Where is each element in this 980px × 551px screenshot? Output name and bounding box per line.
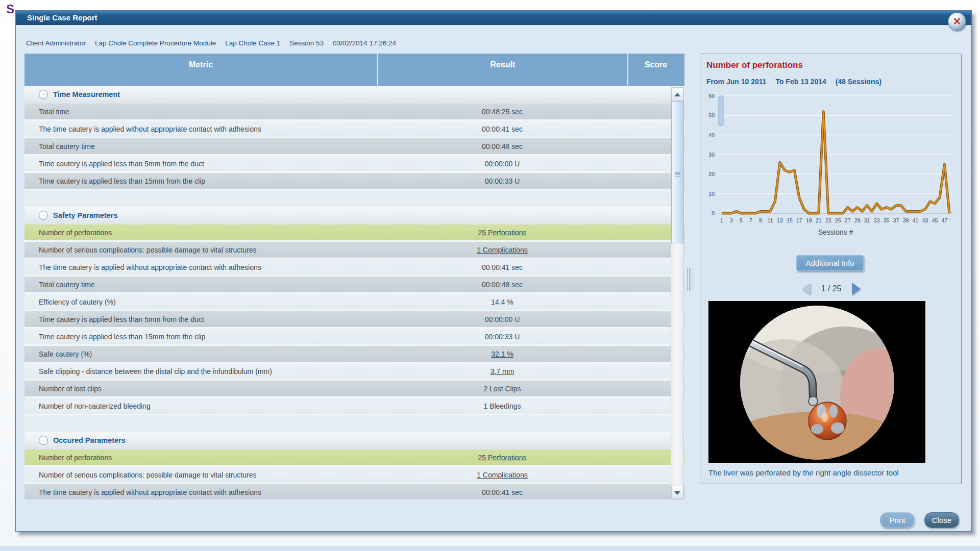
svg-text:47: 47 [942,217,948,223]
metric-cell: Time cautery is applied less than 5mm fr… [39,160,371,168]
result-link[interactable]: 32.1 % [377,350,627,358]
table-row[interactable]: The time cautery is applied without appr… [24,121,684,138]
arrow-down-icon [674,491,680,495]
snapshot-pager: 1 / 25 [700,283,962,296]
table-scrollbar[interactable] [671,87,684,499]
dialog-title: Single Case Report [27,13,97,22]
metric-cell: Time cautery is applied less than 5mm fr… [39,315,371,323]
svg-text:5: 5 [740,217,743,223]
result-link[interactable]: 1 Complications [377,246,627,254]
table-row[interactable]: Time cautery is applied less than 15mm f… [24,173,684,190]
result-cell: 00:00:00 U [377,160,627,168]
breadcrumb-item-2: Lap Chole Case 1 [225,39,280,47]
svg-text:0: 0 [712,210,715,216]
svg-text:31: 31 [864,217,870,223]
result-cell: 00:00:33 U [377,333,627,341]
dialog-titlebar[interactable]: Single Case Report [16,11,971,25]
scrollbar-thumb[interactable] [671,101,683,243]
svg-text:9: 9 [759,217,762,223]
metric-cell: Time cautery is applied less than 15mm f… [39,177,371,185]
svg-text:25: 25 [835,217,841,223]
pager-prev-icon[interactable] [802,283,811,295]
table-row[interactable]: Efficiency of cautery (%)14.4 % [24,294,684,311]
table-row[interactable]: Number of perforations25 Perforations [24,224,684,242]
table-row[interactable]: Safe cautery (%)32.1 % [24,346,684,363]
table-row[interactable]: Number of serious complications: possibl… [24,242,684,259]
close-button[interactable]: ✕ [948,12,966,31]
breadcrumb: Client AdministratorLap Chole Complete P… [26,39,405,47]
table-row[interactable]: Total cautery time00:00:48 sec [24,277,684,294]
breadcrumb-item-3: Session 53 [289,39,324,47]
table-row[interactable]: Safe clipping - distance between the dis… [24,363,684,381]
table-row[interactable]: Total cautery time00:00:48 sec [24,138,684,156]
breadcrumb-item-0: Client Administrator [26,39,86,47]
section-label: Occured Parameters [53,436,126,444]
result-link[interactable]: 25 Perforations [377,229,627,237]
svg-text:15: 15 [787,217,793,223]
table-row[interactable]: Time cautery is applied less than 5mm fr… [24,311,684,329]
additional-info-button[interactable]: Additional Info [796,255,864,271]
thumb-grip-icon [675,172,680,177]
arrow-up-icon [674,93,680,96]
table-row[interactable]: Time cautery is applied less than 15mm f… [24,329,684,346]
table-row[interactable]: The time cautery is applied without appr… [24,259,684,277]
table-row[interactable]: Number of non-cauterized bleeding1 Bleed… [24,398,684,415]
table-row[interactable]: The time cautery is applied without appr… [24,484,684,499]
result-cell: 00:00:41 sec [377,125,627,133]
section-label: Safety Parameters [53,211,118,219]
collapse-icon[interactable]: − [39,436,48,445]
result-cell: 00:00:00 U [377,315,627,323]
print-button[interactable]: Print [880,512,915,528]
collapse-icon[interactable]: − [39,90,48,99]
svg-text:21: 21 [816,217,822,223]
result-cell: 00:00:48 sec [377,142,627,151]
scroll-up-button[interactable] [671,88,683,101]
perforation-snapshot-image [708,301,925,463]
range-sessions: (48 Sessions) [836,78,881,86]
spacer-row [24,415,684,432]
session-range: From Jun 10 2011 To Feb 13 2014 (48 Sess… [706,78,889,86]
scroll-down-button[interactable] [671,486,683,499]
spacer-row [24,190,684,207]
table-row[interactable]: Number of lost clips2 Lost Clips [24,381,684,398]
sessions-line-chart: 0102030405060135791113151719212325272931… [702,90,959,249]
metric-cell: Number of perforations [39,454,371,462]
table-row[interactable]: Number of serious complications: possibl… [24,467,684,484]
metric-cell: Safe clipping - distance between the dis… [39,367,371,375]
result-link[interactable]: 25 Perforations [377,454,627,462]
column-header-result: Result [377,54,627,86]
close-icon: ✕ [953,16,962,27]
svg-text:17: 17 [796,217,802,223]
result-cell: 00:48:25 sec [377,108,627,116]
svg-text:20: 20 [708,171,715,177]
detail-panel: Number of perforations From Jun 10 2011 … [700,54,962,484]
svg-text:7: 7 [749,217,752,223]
background-heading-fragment: S [6,2,15,16]
panel-splitter-handle[interactable] [687,268,693,291]
result-cell: 1 Bleedings [377,402,627,410]
table-row[interactable]: Total time00:48:25 sec [24,104,684,121]
result-link[interactable]: 1 Complications [377,471,627,479]
svg-text:50: 50 [708,112,715,118]
page-bottom-strip [0,546,980,551]
result-cell: 00:00:41 sec [377,263,627,271]
metric-cell: Number of serious complications: possibl… [39,471,371,479]
collapse-icon[interactable]: − [39,211,48,220]
svg-text:19: 19 [806,217,812,223]
svg-text:11: 11 [767,217,773,223]
result-link[interactable]: 3.7 mm [377,367,627,375]
table-row[interactable]: Time cautery is applied less than 5mm fr… [24,156,684,173]
metric-cell: Efficiency of cautery (%) [39,298,371,306]
svg-text:35: 35 [884,217,890,223]
svg-text:23: 23 [825,217,831,223]
metric-cell: Safe cautery (%) [39,350,371,358]
svg-text:13: 13 [777,217,783,223]
table-row[interactable]: Number of perforations25 Perforations [24,449,684,467]
snapshot-caption: The liver was perforated by the right an… [708,468,899,477]
breadcrumb-item-4: 03/02/2014 17:26:24 [333,39,396,47]
single-case-report-dialog: Single Case Report ✕ Client Administrato… [15,10,972,532]
result-cell: 00:00:33 U [377,177,627,185]
pager-next-icon[interactable] [852,283,861,295]
metric-cell: The time cautery is applied without appr… [39,488,371,496]
close-dialog-button[interactable]: Close [924,512,959,528]
